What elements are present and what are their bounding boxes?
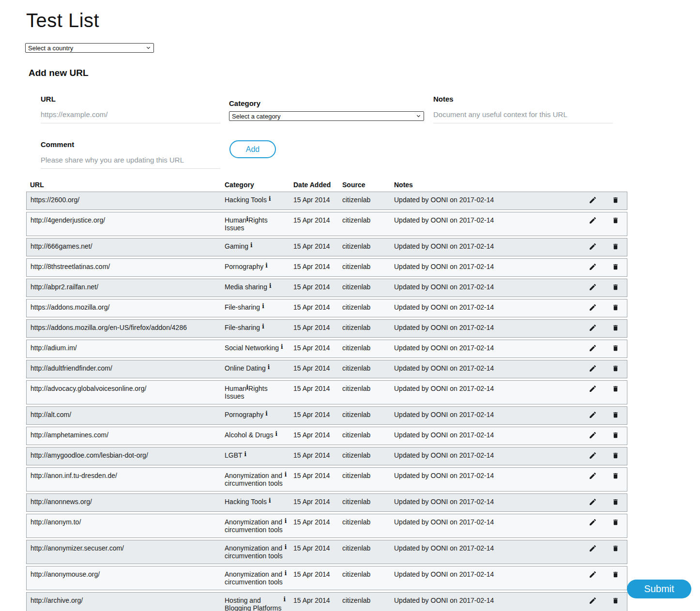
actions-cell [579, 467, 627, 492]
edit-icon[interactable] [589, 385, 597, 393]
url-input[interactable] [41, 107, 220, 123]
header-notes: Notes [390, 181, 579, 190]
edit-icon[interactable] [589, 451, 597, 460]
info-icon[interactable]: i [269, 283, 272, 289]
add-button[interactable]: Add [229, 140, 276, 158]
header-category: Category [221, 181, 289, 190]
delete-icon[interactable] [612, 283, 619, 291]
table-row: http://anonnews.org/ Hacking Toolsi 15 A… [26, 493, 627, 512]
edit-icon[interactable] [589, 263, 597, 271]
url-cell: http://amphetamines.com/ [26, 427, 221, 445]
category-cell: Media sharingi [221, 279, 289, 297]
delete-icon[interactable] [612, 242, 619, 251]
info-icon[interactable]: i [246, 216, 248, 222]
info-icon[interactable]: i [285, 518, 287, 524]
delete-icon[interactable] [612, 324, 619, 332]
edit-icon[interactable] [589, 196, 597, 204]
url-cell: https://addons.mozilla.org/ [26, 299, 221, 317]
info-icon[interactable]: i [268, 364, 270, 370]
url-cell: https://2600.org/ [26, 192, 221, 210]
source-cell: citizenlab [338, 279, 390, 297]
info-icon[interactable]: i [285, 570, 287, 576]
info-icon[interactable]: i [246, 385, 248, 390]
edit-icon[interactable] [589, 518, 597, 526]
edit-icon[interactable] [589, 344, 597, 352]
category-select-wrap: Select a category [229, 111, 424, 121]
notes-cell: Updated by OONI on 2017-02-14 [390, 258, 579, 277]
delete-icon[interactable] [612, 216, 619, 224]
comment-input[interactable] [41, 153, 220, 169]
category-cell: Anonymization and circumvention toolsi [221, 514, 289, 538]
country-select[interactable]: Select a country [25, 43, 154, 53]
category-select[interactable]: Select a category [229, 111, 424, 121]
info-icon[interactable]: i [284, 596, 286, 602]
category-cell: Hosting and Blogging Platformsi [221, 592, 289, 611]
info-icon[interactable]: i [285, 544, 287, 550]
edit-icon[interactable] [589, 242, 597, 251]
actions-cell [579, 380, 627, 404]
category-cell: LGBTi [221, 447, 289, 465]
date-cell: 15 Apr 2014 [289, 493, 338, 512]
delete-icon[interactable] [612, 411, 619, 419]
date-cell: 15 Apr 2014 [289, 566, 338, 590]
edit-icon[interactable] [589, 364, 597, 373]
delete-icon[interactable] [612, 518, 619, 526]
edit-icon[interactable] [589, 216, 597, 224]
edit-icon[interactable] [589, 472, 597, 480]
edit-icon[interactable] [589, 324, 597, 332]
edit-icon[interactable] [589, 283, 597, 291]
delete-icon[interactable] [612, 263, 619, 271]
delete-icon[interactable] [612, 570, 619, 579]
submit-button[interactable]: Submit [627, 580, 691, 598]
delete-icon[interactable] [612, 498, 619, 506]
edit-icon[interactable] [589, 544, 597, 552]
delete-icon[interactable] [612, 385, 619, 393]
delete-icon[interactable] [612, 344, 619, 352]
delete-icon[interactable] [612, 451, 619, 460]
info-icon[interactable]: i [244, 451, 247, 457]
info-icon[interactable]: i [269, 498, 271, 504]
actions-cell [579, 192, 627, 210]
delete-icon[interactable] [612, 596, 619, 605]
delete-icon[interactable] [612, 544, 619, 552]
edit-icon[interactable] [589, 498, 597, 506]
edit-icon[interactable] [589, 431, 597, 439]
url-cell: http://archive.org/ [26, 592, 221, 611]
info-icon[interactable]: i [265, 411, 268, 417]
info-icon[interactable]: i [281, 344, 283, 350]
table-row: http://8thstreetlatinas.com/ Pornography… [26, 258, 627, 277]
info-icon[interactable]: i [265, 263, 268, 268]
source-cell: citizenlab [338, 566, 390, 590]
info-icon[interactable]: i [275, 431, 277, 437]
info-icon[interactable]: i [285, 472, 287, 477]
delete-icon[interactable] [612, 431, 619, 439]
actions-cell [579, 493, 627, 512]
edit-icon[interactable] [589, 596, 597, 605]
info-icon[interactable]: i [250, 242, 253, 248]
notes-input[interactable] [433, 107, 613, 123]
delete-icon[interactable] [612, 472, 619, 480]
delete-icon[interactable] [612, 196, 619, 204]
category-cell: File-sharingi [221, 299, 289, 317]
url-cell: http://advocacy.globalvoicesonline.org/ [26, 380, 221, 404]
url-table: URL Category Date Added Source Notes htt… [26, 179, 627, 611]
edit-icon[interactable] [589, 411, 597, 419]
info-icon[interactable]: i [262, 303, 264, 309]
info-icon[interactable]: i [262, 324, 264, 329]
info-icon[interactable]: i [269, 196, 271, 202]
delete-icon[interactable] [612, 364, 619, 373]
date-cell: 15 Apr 2014 [289, 540, 338, 564]
table-row: http://alt.com/ Pornographyi 15 Apr 2014… [26, 406, 627, 425]
edit-icon[interactable] [589, 570, 597, 579]
date-cell: 15 Apr 2014 [289, 447, 338, 465]
category-cell: Human Rights Issuesi [221, 380, 289, 404]
actions-cell [579, 592, 627, 611]
edit-icon[interactable] [589, 303, 597, 312]
delete-icon[interactable] [612, 303, 619, 312]
table-row: http://4genderjustice.org/ Human Rights … [26, 212, 627, 236]
table-row: http://amphetamines.com/ Alcohol & Drugs… [26, 427, 627, 445]
url-cell: https://addons.mozilla.org/en-US/firefox… [26, 319, 221, 338]
country-select-wrap: Select a country [25, 43, 154, 53]
source-cell: citizenlab [338, 592, 390, 611]
date-cell: 15 Apr 2014 [289, 467, 338, 492]
